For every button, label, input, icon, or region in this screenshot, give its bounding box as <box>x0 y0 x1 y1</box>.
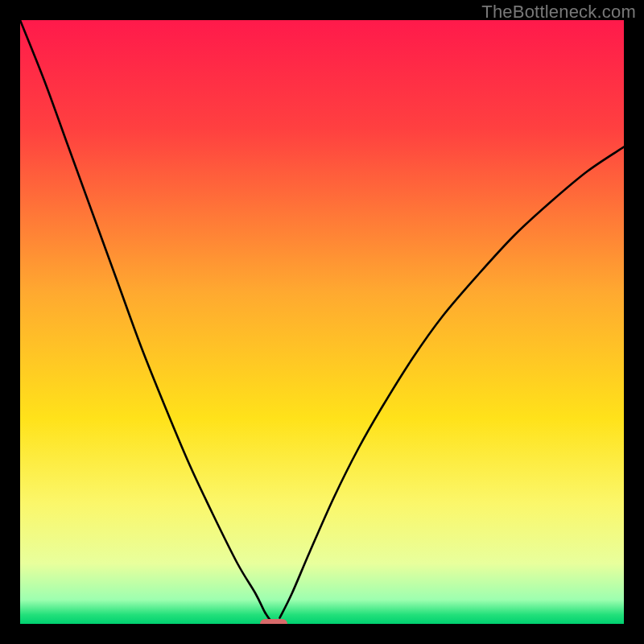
bottleneck-curve <box>20 20 624 624</box>
watermark-text: TheBottleneck.com <box>481 2 636 23</box>
plot-area <box>20 20 624 624</box>
optimum-marker <box>260 619 287 624</box>
curve-right-branch <box>280 147 625 618</box>
chart-frame: TheBottleneck.com <box>0 0 644 644</box>
curve-left-branch <box>20 20 270 621</box>
